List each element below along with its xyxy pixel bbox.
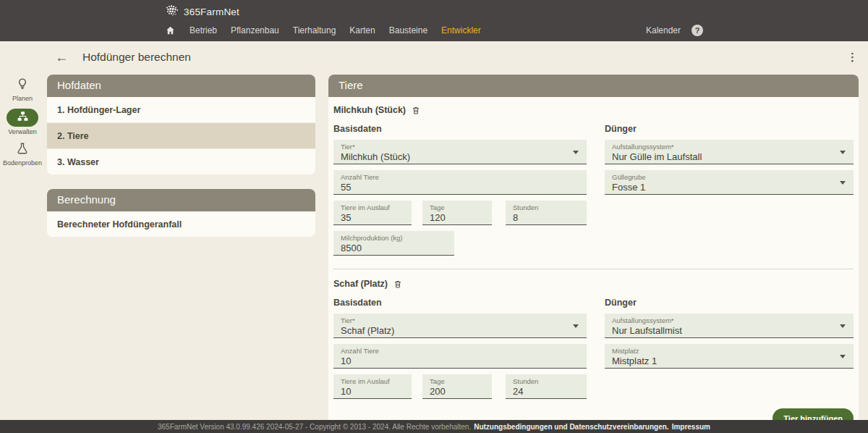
hofdaten-card-title: Hofdaten bbox=[47, 75, 315, 97]
logo-text: 365FarmNet bbox=[184, 7, 239, 17]
sidebar-item-hofduenger-lager[interactable]: 1. Hofdünger-Lager bbox=[47, 97, 315, 123]
trash-icon[interactable] bbox=[412, 106, 420, 115]
aufstallungssystem-select[interactable]: Aufstallungssystem* Nur Gülle im Laufsta… bbox=[605, 140, 854, 164]
duenger-label: Dünger bbox=[605, 298, 854, 308]
guellegrube-select[interactable]: Güllegrube Fosse 1 bbox=[605, 170, 854, 195]
duenger-label: Dünger bbox=[605, 124, 854, 134]
lightbulb-icon bbox=[16, 77, 29, 93]
tier-select[interactable]: Tier* Schaf (Platz) bbox=[333, 314, 587, 338]
icon-rail: Planen Verwalten Bodenproben bbox=[0, 72, 45, 173]
rail-label-planen: Planen bbox=[12, 95, 33, 102]
rail-item-verwalten[interactable]: Verwalten bbox=[7, 109, 38, 135]
kebab-menu-icon[interactable]: ⋮ bbox=[847, 51, 858, 64]
nav-pflanzenbau[interactable]: Pflanzenbau bbox=[231, 25, 279, 35]
nav-tierhaltung[interactable]: Tierhaltung bbox=[293, 25, 336, 35]
logo: 365FarmNet bbox=[165, 0, 703, 21]
trash-icon[interactable] bbox=[393, 279, 402, 289]
sidebar-item-tiere[interactable]: 2. Tiere bbox=[47, 123, 315, 149]
nav-betrieb[interactable]: Betrieb bbox=[190, 25, 217, 35]
verwalten-active-pill bbox=[7, 109, 38, 127]
stunden-input[interactable]: Stunden 8 bbox=[506, 201, 587, 225]
tiere-im-auslauf-input[interactable]: Tiere im Auslauf 10 bbox=[333, 374, 412, 399]
rail-label-verwalten: Verwalten bbox=[8, 128, 37, 135]
anzahl-tiere-input[interactable]: Anzahl Tiere 55 bbox=[333, 170, 587, 195]
tiere-im-auslauf-input[interactable]: Tiere im Auslauf 35 bbox=[333, 201, 412, 225]
chevron-down-icon bbox=[840, 355, 846, 358]
rail-label-bodenproben: Bodenproben bbox=[3, 159, 42, 167]
logo-dots-icon bbox=[165, 4, 181, 20]
main-nav: Betrieb Pflanzenbau Tierhaltung Karten B… bbox=[165, 21, 703, 40]
chevron-down-icon bbox=[573, 324, 579, 328]
topbar: 365FarmNet Betrieb Pflanzenbau Tierhaltu… bbox=[0, 0, 868, 41]
back-arrow-icon[interactable]: ← bbox=[55, 51, 68, 64]
sidebar-item-wasser[interactable]: 3. Wasser bbox=[47, 149, 315, 175]
rail-item-planen[interactable]: Planen bbox=[12, 77, 33, 102]
nav-entwickler[interactable]: Entwickler bbox=[441, 25, 481, 35]
sidebar-item-berechneter-hofduengeranfall[interactable]: Berechneter Hofdüngeranfall bbox=[47, 211, 315, 237]
basisdaten-label: Basisdaten bbox=[333, 124, 587, 134]
section-divider bbox=[333, 269, 854, 269]
chevron-down-icon bbox=[840, 324, 846, 328]
rail-item-bodenproben[interactable]: Bodenproben bbox=[3, 142, 42, 167]
aufstallungssystem-select[interactable]: Aufstallungssystem* Nur Laufstallmist bbox=[605, 314, 854, 338]
sidebar: Hofdaten 1. Hofdünger-Lager 2. Tiere 3. … bbox=[47, 75, 315, 251]
animal-name: Milchkuh (Stück) bbox=[333, 105, 406, 115]
chevron-down-icon bbox=[840, 181, 846, 185]
help-icon[interactable]: ? bbox=[692, 25, 703, 36]
flask-icon bbox=[16, 142, 29, 158]
sitemap-icon bbox=[17, 111, 28, 125]
chevron-down-icon bbox=[840, 151, 846, 154]
tier-select[interactable]: Tier* Milchkuh (Stück) bbox=[333, 140, 587, 164]
animal-name: Schaf (Platz) bbox=[333, 279, 388, 289]
footer-terms-link[interactable]: Nutzungsbedingungen und Datenschutzverei… bbox=[474, 423, 668, 431]
footer-version-text: 365FarmNet Version 43.0.99.426 2024-05-2… bbox=[158, 423, 471, 431]
milchproduktion-input[interactable]: Milchproduktion (kg) 8500 bbox=[333, 231, 454, 256]
home-icon[interactable] bbox=[165, 25, 176, 35]
tiere-card: Tiere Milchkuh (Stück) bbox=[328, 75, 859, 433]
nav-bausteine[interactable]: Bausteine bbox=[389, 25, 427, 35]
mistplatz-select[interactable]: Mistplatz Mistplatz 1 bbox=[605, 344, 854, 369]
tiere-card-title: Tiere bbox=[328, 75, 859, 97]
page-title: Hofdünger berechnen bbox=[82, 51, 191, 64]
chevron-down-icon bbox=[573, 151, 579, 154]
tage-input[interactable]: Tage 120 bbox=[422, 201, 492, 225]
anzahl-tiere-input[interactable]: Anzahl Tiere 10 bbox=[333, 344, 587, 369]
nav-kalender[interactable]: Kalender bbox=[646, 25, 681, 35]
footer: 365FarmNet Version 43.0.99.426 2024-05-2… bbox=[0, 420, 868, 433]
stunden-input[interactable]: Stunden 24 bbox=[506, 374, 587, 399]
tage-input[interactable]: Tage 200 bbox=[422, 374, 492, 399]
nav-karten[interactable]: Karten bbox=[349, 25, 375, 35]
berechnung-card: Berechnung Berechneter Hofdüngeranfall bbox=[47, 189, 315, 237]
animal-section-schaf: Schaf (Platz) Basisdaten bbox=[333, 279, 854, 405]
hofdaten-card: Hofdaten 1. Hofdünger-Lager 2. Tiere 3. … bbox=[47, 75, 315, 175]
page-header: ← Hofdünger berechnen ⋮ bbox=[0, 41, 868, 72]
animal-section-milchkuh: Milchkuh (Stück) Basisdaten bbox=[333, 105, 854, 261]
basisdaten-label: Basisdaten bbox=[333, 298, 587, 308]
berechnung-card-title: Berechnung bbox=[47, 189, 315, 211]
footer-impressum-link[interactable]: Impressum bbox=[672, 423, 710, 431]
